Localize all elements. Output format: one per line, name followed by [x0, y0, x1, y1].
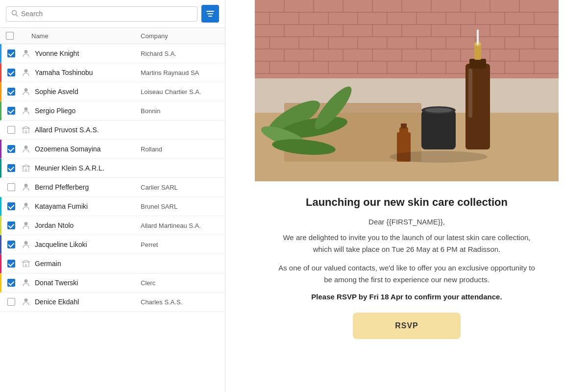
contact-checkbox[interactable] — [7, 260, 15, 268]
contact-name: Germain — [35, 260, 141, 268]
contact-name: Sergio Pliego — [35, 107, 141, 115]
table-row[interactable]: Jordan NtoloAllard Martineau S.A. — [0, 216, 225, 235]
svg-rect-23 — [255, 0, 559, 78]
svg-rect-101 — [469, 59, 486, 69]
contact-checkbox[interactable] — [7, 298, 15, 306]
table-header: Name Company — [0, 28, 225, 44]
email-preview-panel: Launching our new skin care collection D… — [225, 0, 588, 392]
contact-checkbox[interactable] — [7, 126, 15, 134]
contact-company: Charles S.A.S. — [141, 298, 219, 306]
contacts-panel: Name Company Yvonne KnightRichard S.A.Ya… — [0, 0, 225, 392]
svg-point-6 — [24, 69, 28, 73]
search-input[interactable] — [21, 10, 192, 18]
person-icon — [21, 201, 31, 211]
contact-name: Yamaha Toshinobu — [35, 69, 141, 76]
svg-point-11 — [24, 146, 28, 149]
col-name-header: Name — [31, 32, 141, 40]
contact-checkbox[interactable] — [7, 164, 15, 172]
email-content: Launching our new skin care collection D… — [255, 181, 559, 354]
contact-name: Donat Twerski — [35, 279, 141, 287]
table-row[interactable]: Sergio PliegoBonnin — [0, 101, 225, 121]
contact-name: Ozoemena Somayina — [35, 145, 141, 153]
contact-checkbox[interactable] — [7, 88, 15, 96]
contact-company: Carlier SARL — [141, 184, 219, 191]
contact-checkbox[interactable] — [7, 69, 15, 76]
person-icon — [21, 240, 31, 249]
company-icon — [21, 259, 31, 269]
svg-rect-105 — [468, 69, 472, 118]
svg-rect-4 — [208, 16, 212, 17]
contact-name: Katayama Fumiki — [35, 202, 141, 210]
email-preview: Launching our new skin care collection D… — [255, 0, 559, 354]
table-row[interactable]: Ozoemena SomayinaRolland — [0, 140, 225, 159]
svg-point-17 — [24, 241, 28, 245]
person-icon — [21, 144, 31, 154]
select-all-checkbox[interactable] — [6, 32, 14, 40]
table-row[interactable]: Allard Pruvost S.A.S. — [0, 121, 225, 140]
svg-point-106 — [390, 151, 488, 163]
table-row[interactable]: Bernd PfefferbergCarlier SARL — [0, 178, 225, 197]
hero-image — [255, 0, 559, 181]
company-icon — [21, 125, 31, 135]
table-row[interactable]: Sophie AsveldLoiseau Chartier S.A. — [0, 82, 225, 101]
contact-name: Sophie Asveld — [35, 88, 141, 96]
svg-rect-104 — [477, 29, 479, 45]
svg-point-5 — [24, 50, 28, 53]
email-body-2: As one of our valued contacts, we'd like… — [274, 262, 539, 286]
contact-name: Jordan Ntolo — [35, 221, 141, 229]
svg-point-16 — [24, 222, 28, 225]
rsvp-button[interactable]: RSVP — [353, 313, 461, 339]
svg-rect-97 — [421, 110, 456, 149]
person-icon — [21, 220, 31, 230]
contact-name: Bernd Pfefferberg — [35, 183, 141, 191]
contact-checkbox[interactable] — [7, 202, 15, 210]
svg-point-7 — [24, 88, 28, 92]
svg-point-8 — [24, 107, 28, 111]
contact-company: Bonnin — [141, 107, 219, 115]
contact-name: Yvonne Knight — [35, 49, 141, 57]
contact-company: Loiseau Chartier S.A. — [141, 88, 219, 96]
contact-checkbox[interactable] — [7, 221, 15, 229]
svg-point-20 — [24, 279, 28, 283]
search-input-wrapper[interactable] — [6, 6, 197, 22]
table-row[interactable]: Germain — [0, 254, 225, 273]
contact-checkbox[interactable] — [7, 241, 15, 248]
contact-checkbox[interactable] — [7, 279, 15, 287]
table-row[interactable]: Yamaha ToshinobuMartins Raynaud SA — [0, 63, 225, 82]
table-row[interactable]: Meunier Klein S.A.R.L. — [0, 159, 225, 178]
svg-point-21 — [24, 298, 28, 302]
email-cta-text: Please RSVP by Fri 18 Apr to confirm you… — [274, 293, 539, 301]
contact-checkbox[interactable] — [7, 49, 15, 57]
table-row[interactable]: Jacqueline LikokiPerret — [0, 235, 225, 254]
svg-rect-96 — [401, 123, 407, 128]
table-row[interactable]: Donat TwerskiClerc — [0, 273, 225, 293]
contact-company: Rolland — [141, 146, 219, 153]
svg-rect-10 — [25, 130, 27, 133]
contact-checkbox[interactable] — [7, 145, 15, 153]
svg-line-1 — [16, 14, 18, 16]
search-bar — [0, 0, 225, 28]
svg-rect-2 — [206, 11, 214, 12]
svg-rect-95 — [399, 127, 408, 134]
person-icon — [21, 182, 31, 192]
svg-rect-13 — [25, 169, 27, 172]
person-icon — [21, 297, 31, 307]
table-row[interactable]: Katayama FumikiBrunel SARL — [0, 197, 225, 216]
email-body-1: We are delighted to invite you to the la… — [274, 232, 539, 255]
email-salutation: Dear {{FIRST_NAME}}, — [274, 218, 539, 226]
table-row[interactable]: Yvonne KnightRichard S.A. — [0, 44, 225, 63]
contact-checkbox[interactable] — [7, 107, 15, 115]
contact-checkbox[interactable] — [7, 183, 15, 191]
company-icon — [21, 163, 31, 173]
svg-rect-19 — [25, 264, 27, 267]
contact-company: Brunel SARL — [141, 203, 219, 210]
table-row[interactable]: Denice EkdahlCharles S.A.S. — [0, 293, 225, 312]
col-company-header: Company — [141, 32, 219, 40]
contact-name: Allard Pruvost S.A.S. — [35, 126, 141, 134]
contact-company: Martins Raynaud SA — [141, 69, 219, 76]
filter-button[interactable] — [201, 5, 219, 23]
contact-company: Perret — [141, 241, 219, 248]
person-icon — [21, 68, 31, 77]
person-icon — [21, 49, 31, 58]
person-icon — [21, 278, 31, 288]
